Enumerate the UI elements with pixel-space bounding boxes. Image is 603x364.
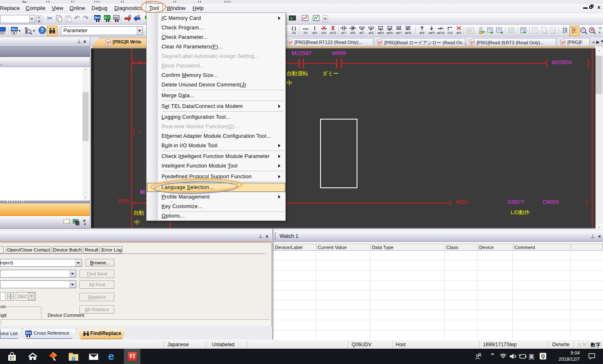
svg-text:HKY: HKY [113, 17, 119, 19]
svg-text:>_: >_ [104, 16, 108, 19]
svg-text:Dev: Dev [12, 28, 17, 31]
svg-text:Dev: Dev [26, 331, 31, 334]
svg-text:ST: ST [468, 29, 473, 33]
svg-text:?: ? [41, 27, 43, 33]
svg-text:Dev: Dev [94, 16, 100, 19]
